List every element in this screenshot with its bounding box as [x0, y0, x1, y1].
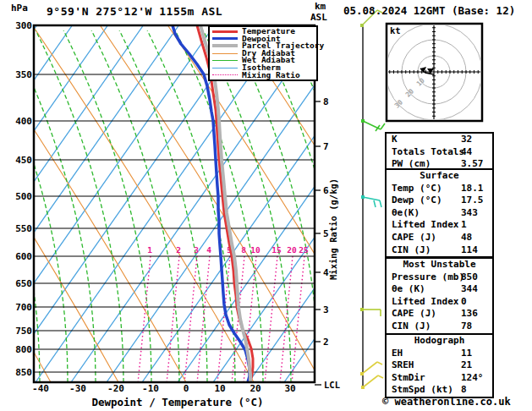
- mixing-ratio-line-label: 1: [147, 245, 152, 255]
- table-row-value: 136: [461, 308, 478, 321]
- table-row-label: Lifted Index: [392, 296, 458, 307]
- hodograph-ring-label: 10: [415, 76, 426, 87]
- km-tick-label: 8: [323, 96, 329, 107]
- legend-line-sample: [212, 30, 238, 33]
- pressure-tick-label: 700: [7, 302, 32, 313]
- table-row: Pressure (mb)850: [387, 271, 492, 284]
- pressure-tick-label: 600: [7, 251, 32, 262]
- altitude-unit-asl: ASL: [310, 12, 327, 23]
- table-row-label: StmDir: [392, 372, 425, 383]
- table-row-value: 21: [461, 359, 472, 372]
- table-row: StmDir124°: [387, 372, 492, 385]
- x-axis-title: Dewpoint / Temperature (°C): [91, 396, 263, 408]
- legend-line-sample: [212, 53, 238, 54]
- hodograph-unit-label: kt: [390, 25, 401, 36]
- table-row-label: θe (K): [392, 283, 425, 294]
- temperature-tick-label: -20: [107, 383, 124, 394]
- table-row-value: 17.5: [461, 195, 484, 207]
- skewt-sounding-page: 12345810152025102030 hPa 9°59'N 275°12'W…: [0, 0, 532, 411]
- table-row-label: CIN (J): [392, 244, 431, 255]
- km-tick-label: 3: [323, 304, 329, 315]
- table-row-value: 343: [461, 207, 478, 220]
- table-row: CAPE (J)48: [387, 232, 492, 244]
- km-tick-label: 7: [323, 141, 329, 152]
- table-row: CIN (J)114: [387, 244, 492, 257]
- mixing-ratio-line-label: 2: [176, 245, 181, 255]
- table-row: Lifted Index1: [387, 219, 492, 232]
- table-row: SREH21: [387, 359, 492, 372]
- datetime-label: 05.08.2024 12GMT (Base: 12): [343, 4, 515, 17]
- pressure-tick-label: 650: [7, 278, 32, 289]
- temperature-tick-label: 30: [284, 383, 295, 394]
- table-section: HodographEH11SREH21StmDir124°StmSpd (kt)…: [385, 333, 494, 398]
- temperature-tick-label: 10: [214, 383, 225, 394]
- table-row: CIN (J)78: [387, 321, 492, 333]
- mixing-ratio-line-label: 25: [299, 245, 309, 255]
- altitude-unit-km: km: [315, 1, 326, 12]
- table-row-label: SREH: [392, 359, 414, 370]
- table-row-label: CAPE (J): [392, 308, 436, 319]
- table-row-value: 11: [461, 348, 472, 360]
- table-row-label: K: [392, 134, 398, 145]
- table-row: CAPE (J)136: [387, 308, 492, 321]
- table-row-label: Temp (°C): [392, 183, 442, 194]
- table-section-header: Most Unstable: [387, 259, 492, 271]
- mixing-ratio-line-label: 3: [194, 245, 199, 255]
- table-row-label: Lifted Index: [392, 219, 458, 230]
- table-section: SurfaceTemp (°C)18.1Dewp (°C)17.5θe(K)34…: [385, 168, 494, 258]
- legend-line-sample: [212, 60, 238, 61]
- table-row-value: 850: [461, 271, 478, 284]
- table-row-value: 114: [461, 244, 478, 257]
- table-section-header: Surface: [387, 170, 492, 183]
- table-row-value: 32: [461, 134, 472, 146]
- legend-item-label: Mixing Ratio: [242, 72, 300, 79]
- table-row: Dewp (°C)17.5: [387, 195, 492, 207]
- table-row: EH11: [387, 348, 492, 360]
- legend-line-sample: [212, 68, 238, 68]
- legend-line-sample: [212, 37, 238, 40]
- wind-barb-column: [360, 10, 385, 389]
- temperature-tick-label: -10: [142, 383, 159, 394]
- km-tick-label: 2: [323, 337, 329, 348]
- copyright-label: © weatheronline.co.uk: [382, 396, 511, 408]
- table-row-label: EH: [392, 348, 403, 359]
- pressure-tick-label: 450: [7, 155, 32, 166]
- wind-barb: [361, 375, 383, 389]
- pressure-tick-label: 500: [7, 191, 32, 202]
- mixing-ratio-line-label: 4: [206, 245, 211, 255]
- temperature-tick-label: 0: [184, 383, 189, 394]
- table-row-label: CAPE (J): [392, 232, 436, 243]
- pressure-tick-label: 750: [7, 326, 32, 337]
- temperature-tick-label: -30: [69, 383, 86, 394]
- mixing-ratio-line-label: 20: [287, 245, 297, 255]
- table-row: θe (K)344: [387, 283, 492, 296]
- table-row-value: 0: [461, 296, 467, 309]
- hodograph: 102030: [386, 24, 482, 121]
- table-row-value: 124°: [461, 372, 484, 385]
- legend-line-sample: [212, 44, 238, 47]
- table-row-value: 44: [461, 146, 472, 159]
- table-row: Lifted Index0: [387, 296, 492, 309]
- table-row: Totals Totals44: [387, 146, 492, 159]
- pressure-tick-label: 800: [7, 344, 32, 355]
- table-row-value: 18.1: [461, 183, 484, 195]
- table-row-value: 1: [461, 219, 467, 232]
- pressure-tick-label: 350: [7, 69, 32, 80]
- pressure-tick-label: 300: [7, 20, 32, 31]
- table-row: StmSpd (kt)8: [387, 384, 492, 397]
- pressure-unit-label: hPa: [11, 3, 28, 14]
- table-row-label: Dewp (°C): [392, 195, 442, 206]
- lcl-label: LCL: [324, 380, 340, 390]
- table-row-value: 344: [461, 283, 478, 296]
- legend-item: Mixing Ratio: [212, 72, 315, 79]
- table-row: K32: [387, 134, 492, 146]
- table-row: Temp (°C)18.1: [387, 183, 492, 195]
- table-row: θe(K)343: [387, 207, 492, 220]
- pressure-tick-label: 400: [7, 116, 32, 127]
- table-section: K32Totals Totals44PW (cm)3.57: [385, 132, 494, 173]
- table-row-label: StmSpd (kt): [392, 384, 453, 395]
- mixing-ratio-line-label: 15: [271, 245, 282, 255]
- table-section: Most UnstablePressure (mb)850θe (K)344Li…: [385, 257, 494, 335]
- wind-barb: [361, 195, 381, 207]
- table-section-header: Hodograph: [387, 335, 492, 348]
